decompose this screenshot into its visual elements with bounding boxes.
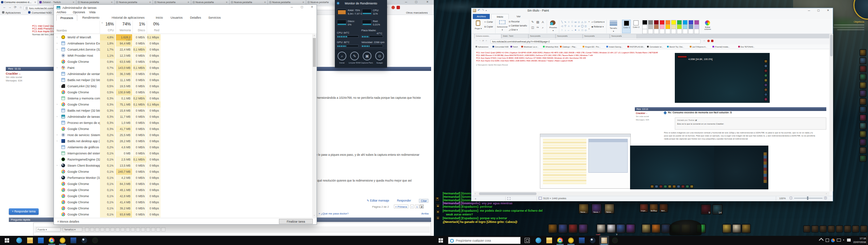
action-bar-icon[interactable] (597, 224, 606, 233)
editor-font-select[interactable]: Fuente ▾ (36, 227, 61, 231)
action-bar-icon[interactable] (860, 90, 866, 97)
tm-scroll-thumb[interactable] (313, 38, 316, 67)
tab-close-icon[interactable]: ✕ (302, 0, 306, 4)
tab-close-icon[interactable]: ✕ (34, 0, 38, 4)
home-icon[interactable]: ⌂ (18, 5, 23, 10)
tab-close-icon[interactable]: ✕ (226, 0, 229, 4)
bag-slot-icon[interactable] (844, 225, 851, 232)
tm-menu-archivo[interactable]: Archivo (57, 11, 66, 15)
palette-color[interactable] (671, 29, 676, 34)
table-row[interactable]: Google Chrome0,9%63,5 MB0 MB/s0 Mbps (54, 59, 317, 65)
pm-button-capturapant[interactable]: ▣ (363, 52, 371, 60)
tm-scroll-down-icon[interactable]: ˅ (313, 214, 316, 217)
zoom-in-icon[interactable]: + (824, 196, 827, 200)
buff-icon[interactable]: lânBop (649, 204, 658, 212)
browser-tab[interactable]: Nueva pestaña✕ (115, 0, 153, 4)
tm-col-cpu[interactable]: CPU (100, 29, 116, 32)
shape-icon[interactable]: ▱ (577, 24, 581, 28)
shape-icon[interactable]: ○ (577, 29, 581, 32)
window-maximize-button[interactable]: ▢ (412, 0, 421, 4)
pagination-page-1[interactable]: 1 (415, 205, 419, 208)
bag-slot-icon[interactable] (852, 225, 859, 232)
action-bar-icon[interactable] (607, 224, 616, 233)
shapes-scroll-down[interactable]: ▼ (588, 28, 590, 30)
buff-icon[interactable]: Neve... (579, 204, 589, 214)
shapes-scroll-up[interactable]: ▲ (588, 20, 590, 22)
pagination-first[interactable]: « Primera (394, 205, 408, 208)
ss-attachment-wow1[interactable] (630, 146, 714, 189)
taskbar-edge-icon[interactable] (536, 238, 541, 243)
text-icon[interactable]: A (541, 20, 545, 25)
action-bar-icon[interactable] (860, 122, 866, 129)
action-bar-icon[interactable] (860, 74, 866, 80)
bag-slot-icon[interactable] (836, 225, 843, 232)
qat-dropdown-icon[interactable]: ▾ (486, 9, 487, 12)
chat-scroll-icon[interactable]: ▲ (436, 204, 440, 208)
action-bar-icon[interactable] (548, 224, 557, 233)
browser-tab[interactable]: Nueva pestaña✕ (191, 0, 229, 4)
taskbar-explorer-icon[interactable] (27, 238, 33, 243)
action-bar-icon[interactable] (860, 49, 866, 56)
tm-total-net[interactable]: 0% (147, 22, 161, 26)
picker-icon[interactable]: ✑ (536, 26, 540, 30)
editor-toolbar-icon[interactable] (121, 227, 125, 231)
size-button[interactable]: Tamaño▾ (608, 20, 619, 33)
palette-color[interactable] (648, 29, 653, 34)
editor-toolbar-icon[interactable] (95, 227, 99, 231)
fill-icon[interactable]: ▨ (536, 20, 540, 25)
taskbar-battlenet-icon[interactable] (70, 238, 76, 243)
tray-volume-icon[interactable]: ◖ (843, 238, 844, 242)
bag-slot-icon[interactable] (803, 225, 810, 232)
zoom-slider-track[interactable] (794, 198, 823, 199)
shape-icon[interactable]: ↑ (560, 29, 564, 32)
tm-close-button[interactable]: ✕ (307, 5, 317, 10)
action-bar-icon[interactable] (651, 224, 661, 233)
tray-corsair-icon[interactable] (831, 239, 835, 242)
shape-icon[interactable]: □ (570, 20, 574, 24)
table-row[interactable]: Google Chrome0,1%93,8 MB0 MB/s0 Mbps (54, 211, 317, 218)
magnifier-icon[interactable]: ⌕ (541, 26, 545, 30)
table-row[interactable]: ›Battle.net desktop app (32 bits)0,2%28,… (54, 138, 317, 144)
item-count-icon[interactable]: 14 (712, 204, 723, 214)
tm-tab-inicio[interactable]: Inicio (152, 15, 167, 21)
table-row[interactable]: Google Chrome0,3%41,7 MB0 MB/s0 Mbps (54, 126, 317, 132)
action-bar-icon[interactable] (732, 224, 741, 233)
tm-col-disk[interactable]: Disco (133, 29, 147, 32)
ss-attachment-forum[interactable] (540, 134, 631, 189)
color1-swatch[interactable]: Color 1 (622, 20, 631, 33)
palette-color[interactable] (660, 29, 665, 34)
outline-button[interactable]: ▱ Contorno ▾ (591, 21, 605, 23)
bookmark-item[interactable]: Aplicaciones (5, 11, 21, 15)
taskbar-razer-icon[interactable] (612, 238, 618, 243)
paint-canvas[interactable]: Consumo excesivo...Zetalot - TwitchNueva… (474, 34, 829, 191)
copy-button[interactable]: ⧉ Copiar (484, 25, 493, 28)
tm-end-task-button[interactable]: Finalizar tarea (279, 219, 313, 224)
tab-close-icon[interactable]: ✕ (187, 0, 191, 4)
shape-icon[interactable]: ╲ (560, 20, 564, 24)
reply-thread-button[interactable]: + Responder tema (9, 208, 39, 215)
row-expander-icon[interactable]: › (57, 164, 58, 167)
crop-button[interactable]: ⊡ Recortar (509, 20, 520, 23)
paint-tab-inicio[interactable]: Inicio (491, 14, 509, 19)
item-count-icon[interactable]: 9 (701, 204, 711, 214)
row-expander-icon[interactable]: › (57, 139, 58, 143)
action-bar-icon[interactable] (558, 224, 567, 233)
post-action-quote[interactable]: Citar (419, 199, 428, 203)
action-bar-icon[interactable] (742, 224, 751, 233)
action-bar-icon[interactable] (860, 139, 866, 146)
paint-tab-ver[interactable]: Ver (512, 14, 525, 19)
row-expander-icon[interactable]: › (57, 103, 58, 106)
tm-tab-usuarios[interactable]: Usuarios (167, 15, 186, 21)
paint-maximize-button[interactable]: ▢ (814, 8, 823, 13)
palette-color[interactable] (654, 29, 659, 34)
bag-slot-icon[interactable] (860, 225, 867, 232)
tab-close-icon[interactable]: ✕ (149, 0, 153, 4)
editor-toolbar-icon[interactable] (141, 227, 145, 231)
tray-network-icon[interactable] (837, 239, 841, 242)
ss-attachment-wow2[interactable] (714, 146, 768, 189)
action-bar-icon[interactable] (860, 147, 866, 154)
tab-close-icon[interactable]: ✕ (264, 0, 267, 4)
post-action-edit[interactable]: ✎ Editar mensaje (367, 199, 389, 203)
qat-redo-icon[interactable]: ↷ (482, 8, 484, 12)
color2-swatch[interactable]: Color 2 (632, 20, 641, 33)
